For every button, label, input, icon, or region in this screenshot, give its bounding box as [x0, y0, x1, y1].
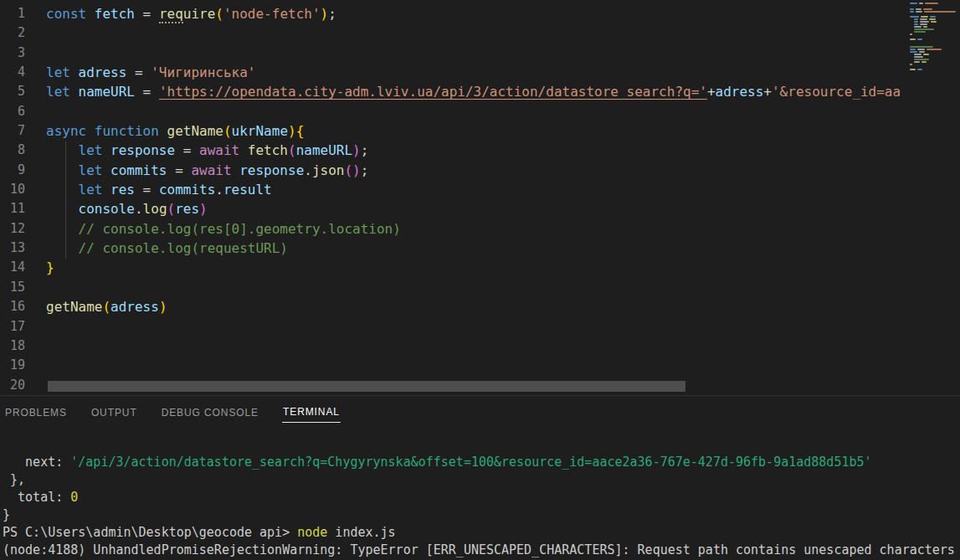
line-number: 11 [0, 199, 25, 218]
minimap[interactable] [906, 0, 960, 395]
code-token: res [110, 182, 135, 198]
minimap-segment [916, 11, 922, 13]
code-line[interactable]: 4let adress = 'Чигиринська' [0, 63, 900, 82]
code-token: { [296, 123, 305, 139]
minimap-segment [929, 18, 936, 20]
tab-debug-console[interactable]: DEBUG CONSOLE [161, 403, 259, 423]
code-token: nameURL [79, 84, 135, 100]
code-line[interactable]: 1const fetch = require('node-fetch'); [0, 4, 900, 23]
minimap-segment [923, 26, 927, 28]
line-number: 17 [0, 317, 25, 337]
line-number: 10 [0, 180, 25, 199]
minimap-segment [917, 69, 922, 70]
code-text: let response = await fetch(nameURL); [46, 141, 368, 160]
code-line[interactable]: 9 let commits = await response.json(); [0, 161, 900, 180]
terminal-line: } [3, 506, 960, 524]
code-line[interactable]: 8 let response = await fetch(nameURL); [0, 141, 900, 160]
indent-guide [65, 141, 66, 259]
code-line[interactable]: 15 [0, 278, 900, 297]
line-number: 18 [0, 337, 25, 356]
code-line[interactable]: 19 [0, 356, 900, 375]
code-token: let [46, 84, 79, 100]
code-token: getName [167, 123, 223, 139]
code-line[interactable]: 3 [0, 44, 900, 63]
code-line[interactable]: 2 [0, 23, 900, 43]
code-token [46, 182, 79, 198]
terminal-line: }, [3, 471, 960, 489]
code-lines[interactable]: 1const fetch = require('node-fetch');234… [0, 4, 900, 395]
code-token: 'node-fetch' [223, 6, 321, 22]
code-token: ( [223, 123, 232, 139]
minimap-segment [910, 46, 933, 48]
code-token: ( [215, 6, 223, 22]
code-line[interactable]: 10 let res = commits.result [0, 180, 900, 199]
code-text: let adress = 'Чигиринська' [46, 63, 255, 82]
code-token: = [167, 162, 192, 178]
minimap-segment [910, 51, 917, 53]
code-token: + [707, 84, 716, 100]
code-token: . [135, 201, 143, 217]
minimap-segment [914, 54, 921, 55]
terminal-token: } [3, 507, 10, 522]
code-token: log [143, 201, 167, 217]
code-line[interactable]: 13 // console.log(requestURL) [0, 239, 900, 258]
code-token: = [175, 142, 199, 158]
code-line[interactable]: 14} [0, 258, 900, 277]
minimap-segment [910, 39, 916, 40]
code-text: // console.log(res[0].geometry.location) [46, 219, 401, 239]
editor-pane[interactable]: 1const fetch = require('node-fetch');234… [0, 0, 960, 395]
code-token: await [199, 142, 248, 158]
minimap-segment [919, 3, 923, 4]
tab-problems[interactable]: PROBLEMS [4, 403, 68, 423]
code-token: ; [328, 6, 336, 22]
code-line[interactable]: 12 // console.log(res[0].geometry.locati… [0, 219, 900, 239]
code-token [46, 142, 79, 158]
code-token: const [46, 6, 95, 22]
code-token: adress [716, 84, 764, 100]
code-token: fetch [95, 6, 135, 22]
code-text: const fetch = require('node-fetch'); [46, 4, 336, 23]
code-line[interactable]: 6 [0, 102, 900, 121]
tab-output[interactable]: OUTPUT [90, 403, 138, 423]
terminal-token: node [297, 525, 327, 540]
minimap-segment [910, 3, 917, 4]
minimap-segment [930, 16, 936, 18]
minimap-segment [914, 28, 934, 30]
code-line[interactable]: 18 [0, 337, 900, 356]
code-token: adress [110, 299, 159, 315]
code-token: = [135, 182, 159, 198]
minimap-segment [921, 61, 927, 63]
minimap-line [910, 49, 942, 50]
code-token: json [312, 162, 345, 178]
minimap-segment [910, 64, 912, 65]
code-token: uire [183, 6, 216, 22]
code-token: async [46, 123, 95, 139]
code-token: let [46, 64, 79, 80]
minimap-line [914, 56, 923, 58]
minimap-segment [917, 39, 922, 40]
minimap-line [910, 33, 912, 35]
code-token: // console.log(res[0].geometry.location) [46, 221, 401, 237]
minimap-line [910, 16, 936, 18]
code-token: // console.log(requestURL) [46, 240, 288, 256]
line-number: 16 [0, 297, 25, 316]
code-token [46, 162, 79, 178]
horizontal-scrollbar[interactable] [48, 381, 685, 392]
code-line[interactable]: 16getName(adress) [0, 297, 900, 316]
code-line[interactable]: 17 [0, 317, 900, 337]
minimap-segment [917, 49, 925, 50]
line-number: 4 [0, 63, 25, 82]
minimap-segment [931, 21, 937, 23]
code-line[interactable]: 11 console.log(res) [0, 199, 900, 218]
minimap-line [910, 51, 925, 53]
code-token: ukrName [232, 123, 288, 139]
minimap-segment [914, 26, 921, 28]
line-number: 14 [0, 258, 25, 277]
code-token: ( [167, 201, 176, 217]
minimap-line [910, 46, 933, 48]
code-line[interactable]: 5let nameURL = 'https://opendata.city-ad… [0, 82, 900, 101]
tab-terminal[interactable]: TERMINAL [282, 403, 341, 423]
code-line[interactable]: 7async function getName(ukrName){ [0, 121, 900, 141]
minimap-line [914, 26, 927, 28]
terminal-output[interactable]: next: '/api/3/action/datastore_search?q=… [0, 429, 960, 560]
